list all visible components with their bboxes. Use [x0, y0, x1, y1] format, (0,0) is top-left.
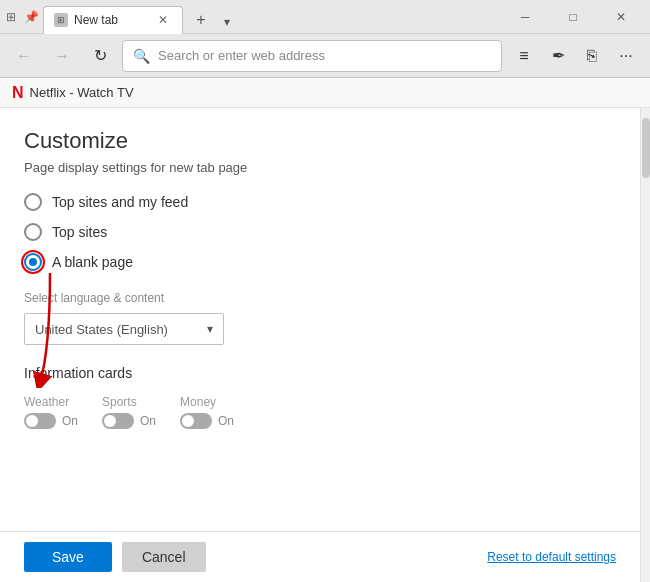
main-content: Customize Page display settings for new … [0, 108, 650, 582]
info-cards-row: Weather On Sports On [24, 395, 616, 429]
radio-option-1[interactable]: Top sites and my feed [24, 193, 616, 211]
netflix-bar: N Netflix - Watch TV [0, 78, 650, 108]
tab-bar: ⊞ New tab ✕ + ▾ [43, 0, 239, 34]
maximize-button[interactable]: □ [550, 0, 596, 34]
weather-on-label: On [62, 414, 78, 428]
select-arrow-icon: ▾ [207, 322, 213, 336]
share-button[interactable]: ⎘ [576, 40, 608, 72]
money-toggle-thumb [182, 415, 194, 427]
page-subtitle: Page display settings for new tab page [24, 160, 616, 175]
more-button[interactable]: ··· [610, 40, 642, 72]
tab-title: New tab [74, 13, 148, 27]
tab-favicon: ⊞ [54, 13, 68, 27]
sports-toggle-row: On [102, 413, 156, 429]
close-button[interactable]: ✕ [598, 0, 644, 34]
money-on-label: On [218, 414, 234, 428]
nav-right-buttons: ≡ ✒ ⎘ ··· [508, 40, 642, 72]
address-bar[interactable]: 🔍 Search or enter web address [122, 40, 502, 72]
money-toggle-row: On [180, 413, 234, 429]
money-label: Money [180, 395, 234, 409]
title-bar-left: ⊞ 📌 ⊞ New tab ✕ + ▾ [6, 0, 502, 34]
info-cards-title: Information cards [24, 365, 616, 381]
radio-label-2: Top sites [52, 224, 107, 240]
tab-menu-button[interactable]: ▾ [215, 10, 239, 34]
tab-close-btn[interactable]: ✕ [154, 11, 172, 29]
nav-bar: ← → ↻ 🔍 Search or enter web address ≡ ✒ … [0, 34, 650, 78]
language-select[interactable]: United States (English) ▾ [24, 313, 224, 345]
radio-outer-3 [24, 253, 42, 271]
weather-toggle-row: On [24, 413, 78, 429]
language-section-label: Select language & content [24, 291, 616, 305]
new-tab-button[interactable]: + [187, 6, 215, 34]
pin-icon: 📌 [24, 10, 39, 24]
netflix-logo: N [12, 84, 24, 102]
radio-inner-3 [29, 258, 37, 266]
customize-panel: Customize Page display settings for new … [0, 108, 640, 531]
radio-label-1: Top sites and my feed [52, 194, 188, 210]
radio-group: Top sites and my feed Top sites A blank … [24, 193, 616, 271]
weather-label: Weather [24, 395, 78, 409]
radio-label-3: A blank page [52, 254, 133, 270]
sports-toggle-thumb [104, 415, 116, 427]
footer: Save Cancel Reset to default settings [0, 531, 640, 582]
radio-option-3[interactable]: A blank page [24, 253, 616, 271]
info-card-money: Money On [180, 395, 234, 429]
window-controls: ─ □ ✕ [502, 0, 644, 34]
hamburger-button[interactable]: ≡ [508, 40, 540, 72]
scrollbar-thumb[interactable] [642, 118, 650, 178]
info-card-sports: Sports On [102, 395, 156, 429]
radio-outer-2 [24, 223, 42, 241]
search-icon: 🔍 [133, 48, 150, 64]
money-toggle[interactable] [180, 413, 212, 429]
radio-outer-1 [24, 193, 42, 211]
sports-on-label: On [140, 414, 156, 428]
forward-button[interactable]: → [46, 40, 78, 72]
weather-toggle[interactable] [24, 413, 56, 429]
save-button[interactable]: Save [24, 542, 112, 572]
page-title: Customize [24, 128, 616, 154]
pen-button[interactable]: ✒ [542, 40, 574, 72]
radio-option-2[interactable]: Top sites [24, 223, 616, 241]
weather-toggle-thumb [26, 415, 38, 427]
refresh-button[interactable]: ↻ [84, 40, 116, 72]
reset-link[interactable]: Reset to default settings [487, 550, 616, 564]
panel-wrapper: Customize Page display settings for new … [0, 108, 640, 582]
language-value: United States (English) [35, 322, 168, 337]
sports-label: Sports [102, 395, 156, 409]
address-text: Search or enter web address [158, 48, 491, 63]
title-bar: ⊞ 📌 ⊞ New tab ✕ + ▾ ─ □ ✕ [0, 0, 650, 34]
active-tab[interactable]: ⊞ New tab ✕ [43, 6, 183, 34]
netflix-label: Netflix - Watch TV [30, 85, 134, 100]
info-card-weather: Weather On [24, 395, 78, 429]
back-button[interactable]: ← [8, 40, 40, 72]
minimize-button[interactable]: ─ [502, 0, 548, 34]
cancel-button[interactable]: Cancel [122, 542, 206, 572]
window-icon-left: ⊞ [6, 10, 16, 24]
sports-toggle[interactable] [102, 413, 134, 429]
scrollbar[interactable] [640, 108, 650, 582]
